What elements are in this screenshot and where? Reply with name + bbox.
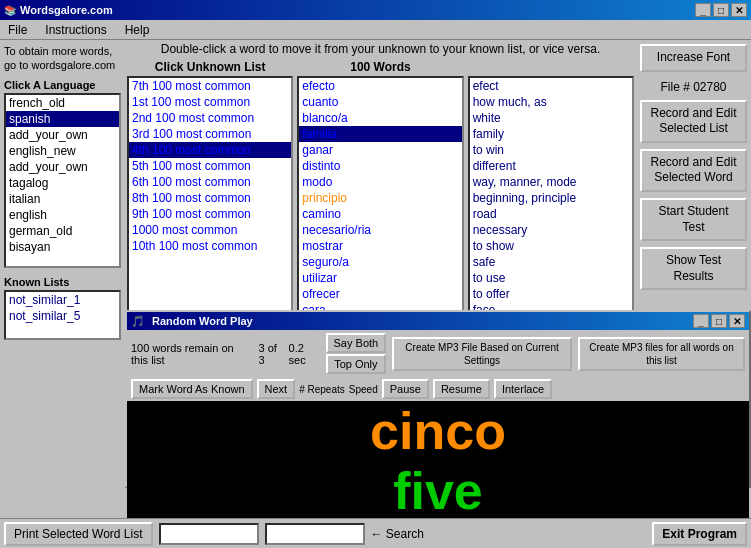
list-item[interactable]: 9th 100 most common [129, 206, 291, 222]
search-input-1[interactable] [159, 523, 259, 545]
increase-font-button[interactable]: Increase Font [640, 44, 747, 72]
list-item[interactable]: efect [470, 78, 632, 94]
unknown-list-header: Click Unknown List [127, 60, 293, 74]
repeats-label: # Repeats [299, 384, 345, 395]
list-item[interactable]: ofrecer [299, 286, 461, 302]
lang-tagalog[interactable]: tagalog [6, 175, 119, 191]
list-item[interactable]: to offer [470, 286, 632, 302]
list-item[interactable]: 8th 100 most common [129, 190, 291, 206]
lang-english[interactable]: english [6, 207, 119, 223]
pause-button[interactable]: Pause [382, 379, 429, 399]
rwp-speed-display: 0.2 sec [289, 342, 320, 366]
list-item[interactable]: familia [299, 126, 461, 142]
mark-known-button[interactable]: Mark Word As Known [131, 379, 253, 399]
rwp-words-remain: 100 words remain on this list [131, 342, 253, 366]
list-item[interactable]: 2nd 100 most common [129, 110, 291, 126]
list-item[interactable]: to use [470, 270, 632, 286]
list-item[interactable]: 10th 100 most common [129, 238, 291, 254]
list-item[interactable]: blanco/a [299, 110, 461, 126]
rwp-minimize-button[interactable]: _ [693, 314, 709, 328]
get-more-text: To obtain more words, go to wordsgalore.… [4, 44, 121, 73]
next-button[interactable]: Next [257, 379, 296, 399]
list-item[interactable]: road [470, 206, 632, 222]
list-item[interactable]: utilizar [299, 270, 461, 286]
title-bar: 📚 Wordsgalore.com _ □ ✕ [0, 0, 751, 20]
lang-spanish[interactable]: spanish [6, 111, 119, 127]
known-lists-label: Known Lists [4, 276, 121, 288]
list-item[interactable]: way, manner, mode [470, 174, 632, 190]
list-item[interactable]: cuanto [299, 94, 461, 110]
lang-german-old[interactable]: german_old [6, 223, 119, 239]
known-item-1[interactable]: not_similar_1 [6, 292, 119, 308]
spanish-word-display: cinco [370, 401, 506, 461]
list-item[interactable]: 6th 100 most common [129, 174, 291, 190]
mp3-current-button[interactable]: Create MP3 File Based on Current Setting… [392, 337, 572, 371]
lang-add-your-own-2[interactable]: add_your_own [6, 159, 119, 175]
known-item-2[interactable]: not_similar_5 [6, 308, 119, 324]
record-edit-list-button[interactable]: Record and Edit Selected List [640, 100, 747, 143]
exit-button[interactable]: Exit Program [652, 522, 747, 546]
list-item[interactable]: white [470, 110, 632, 126]
rwp-title-bar: 🎵 Random Word Play _ □ ✕ [127, 312, 749, 330]
lang-french-old[interactable]: french_old [6, 95, 119, 111]
rwp-window-buttons: _ □ ✕ [693, 314, 745, 328]
lang-add-your-own-1[interactable]: add_your_own [6, 127, 119, 143]
known-lists[interactable]: not_similar_1 not_similar_5 [4, 290, 121, 340]
rwp-close-button[interactable]: ✕ [729, 314, 745, 328]
list-item[interactable]: principio [299, 190, 461, 206]
menu-help[interactable]: Help [121, 22, 154, 38]
main-content: To obtain more words, go to wordsgalore.… [0, 40, 751, 518]
start-student-test-button[interactable]: Start Student Test [640, 198, 747, 241]
app-icon: 📚 [4, 5, 16, 16]
rwp-maximize-button[interactable]: □ [711, 314, 727, 328]
minimize-button[interactable]: _ [695, 3, 711, 17]
top-only-button[interactable]: Top Only [326, 354, 387, 374]
resume-button[interactable]: Resume [433, 379, 490, 399]
list-item[interactable]: ganar [299, 142, 461, 158]
list-item[interactable]: seguro/a [299, 254, 461, 270]
title-bar-buttons: _ □ ✕ [695, 3, 747, 17]
rwp-position: 3 of 3 [259, 342, 283, 366]
menu-instructions[interactable]: Instructions [41, 22, 110, 38]
interlace-button[interactable]: Interlace [494, 379, 552, 399]
list-item[interactable]: to show [470, 238, 632, 254]
print-button[interactable]: Print Selected Word List [4, 522, 153, 546]
list-item[interactable]: necesario/ria [299, 222, 461, 238]
list-item[interactable]: 1000 most common [129, 222, 291, 238]
list-item[interactable]: to win [470, 142, 632, 158]
list-item[interactable]: mostrar [299, 238, 461, 254]
list-item[interactable]: modo [299, 174, 461, 190]
click-language-label: Click A Language [4, 79, 121, 91]
list-item[interactable]: 1st 100 most common [129, 94, 291, 110]
record-edit-word-button[interactable]: Record and Edit Selected Word [640, 149, 747, 192]
list-item[interactable]: 3rd 100 most common [129, 126, 291, 142]
lang-bisayan[interactable]: bisayan [6, 239, 119, 255]
list-item[interactable]: necessary [470, 222, 632, 238]
app-title: Wordsgalore.com [20, 4, 113, 16]
list-item[interactable]: distinto [299, 158, 461, 174]
rwp-title: 🎵 Random Word Play [131, 315, 253, 328]
lang-english-new[interactable]: english_new [6, 143, 119, 159]
search-input-2[interactable] [265, 523, 365, 545]
lang-italian[interactable]: italian [6, 191, 119, 207]
show-test-results-button[interactable]: Show Test Results [640, 247, 747, 290]
close-button[interactable]: ✕ [731, 3, 747, 17]
mp3-all-button[interactable]: Create MP3 files for all words on this l… [578, 337, 745, 371]
menu-file[interactable]: File [4, 22, 31, 38]
language-list[interactable]: french_old spanish add_your_own english_… [4, 93, 121, 268]
list-item[interactable]: 4th 100 most common [129, 142, 291, 158]
list-item[interactable]: 7th 100 most common [129, 78, 291, 94]
maximize-button[interactable]: □ [713, 3, 729, 17]
list-item[interactable]: efecto [299, 78, 461, 94]
list-item[interactable]: different [470, 158, 632, 174]
list-item[interactable]: family [470, 126, 632, 142]
list-item[interactable]: camino [299, 206, 461, 222]
list-item[interactable]: how much, as [470, 94, 632, 110]
search-arrow-label: ← Search [371, 527, 424, 541]
list-item[interactable]: beginning, principle [470, 190, 632, 206]
speed-label: Speed [349, 384, 378, 395]
bottom-bar: Print Selected Word List ← Search Exit P… [0, 518, 751, 548]
say-both-button[interactable]: Say Both [326, 333, 387, 353]
list-item[interactable]: 5th 100 most common [129, 158, 291, 174]
list-item[interactable]: safe [470, 254, 632, 270]
